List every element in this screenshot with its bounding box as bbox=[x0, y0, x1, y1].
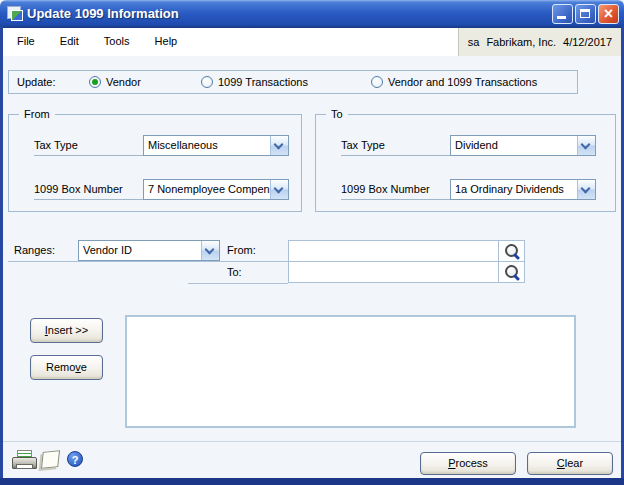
radio-vendor-and-1099-label: Vendor and 1099 Transactions bbox=[388, 76, 537, 88]
from-group-title: From bbox=[19, 107, 55, 121]
window-border-bottom bbox=[0, 478, 624, 485]
menu-edit[interactable]: Edit bbox=[49, 28, 90, 55]
insert-button[interactable]: Insert >> bbox=[30, 318, 103, 343]
restrictions-list[interactable] bbox=[125, 315, 576, 428]
note-icon[interactable] bbox=[40, 450, 60, 468]
chevron-down-icon[interactable] bbox=[270, 180, 288, 199]
footer-divider bbox=[3, 441, 621, 442]
status-user: sa bbox=[468, 36, 480, 48]
radio-1099-transactions[interactable]: 1099 Transactions bbox=[201, 71, 308, 93]
range-to-row bbox=[289, 262, 524, 282]
range-to-lookup-button[interactable] bbox=[498, 262, 524, 282]
radio-vendor-label: Vendor bbox=[106, 76, 141, 88]
search-icon bbox=[505, 265, 519, 279]
clear-button-mnemonic: C bbox=[557, 457, 565, 469]
radio-vendor-and-1099[interactable]: Vendor and 1099 Transactions bbox=[371, 71, 537, 93]
help-icon[interactable]: ? bbox=[67, 451, 83, 467]
radio-1099-transactions-label: 1099 Transactions bbox=[218, 76, 308, 88]
menu-bar: File Edit Tools Help sa Fabrikam, Inc. 4… bbox=[3, 28, 621, 57]
range-to-label: To: bbox=[227, 262, 242, 283]
from-box-number-value: 7 Nonemployee Compens bbox=[144, 180, 270, 199]
clear-button[interactable]: Clear bbox=[527, 452, 613, 475]
titlebar: Update 1099 Information bbox=[0, 0, 624, 28]
ranges-selected-value: Vendor ID bbox=[79, 241, 201, 260]
maximize-button[interactable] bbox=[575, 4, 596, 24]
to-box-number-dropdown[interactable]: 1a Ordinary Dividends bbox=[450, 179, 596, 200]
window-content: Update: Vendor 1099 Transactions Vendor … bbox=[3, 56, 621, 478]
remove-button-post: e bbox=[81, 361, 87, 373]
session-status: sa Fabrikam, Inc. 4/12/2017 bbox=[458, 28, 621, 56]
remove-button[interactable]: Remove bbox=[30, 355, 103, 380]
print-icon[interactable] bbox=[12, 450, 38, 470]
range-from-field[interactable] bbox=[289, 241, 498, 261]
range-from-row bbox=[289, 241, 524, 262]
range-fields-panel bbox=[288, 240, 525, 283]
clear-button-post: lear bbox=[565, 457, 583, 469]
radio-vendor-icon[interactable] bbox=[89, 76, 101, 88]
range-from-lookup-button[interactable] bbox=[498, 241, 524, 261]
status-date: 4/12/2017 bbox=[563, 36, 612, 48]
from-box-number-dropdown[interactable]: 7 Nonemployee Compens bbox=[143, 179, 289, 200]
update-options-panel: Update: Vendor 1099 Transactions Vendor … bbox=[8, 70, 578, 94]
radio-1099-transactions-icon[interactable] bbox=[201, 76, 213, 88]
search-icon bbox=[505, 244, 519, 258]
menu-file[interactable]: File bbox=[6, 28, 46, 55]
update-label: Update: bbox=[17, 71, 56, 93]
to-tax-type-label: Tax Type bbox=[341, 135, 451, 156]
status-company: Fabrikam, Inc. bbox=[486, 36, 556, 48]
range-from-label: From: bbox=[227, 240, 256, 261]
from-box-number-label: 1099 Box Number bbox=[34, 179, 144, 200]
window-border-left bbox=[0, 26, 3, 485]
menu-tools[interactable]: Tools bbox=[93, 28, 141, 55]
update-1099-window: Update 1099 Information File Edit Tools … bbox=[0, 0, 624, 485]
ranges-dropdown[interactable]: Vendor ID bbox=[78, 240, 220, 261]
radio-vendor[interactable]: Vendor bbox=[89, 71, 141, 93]
ranges-label: Ranges: bbox=[14, 240, 55, 261]
to-tax-type-value: Dividend bbox=[451, 136, 577, 155]
from-group: From Tax Type Miscellaneous 1099 Box Num… bbox=[8, 114, 302, 212]
from-tax-type-value: Miscellaneous bbox=[144, 136, 270, 155]
process-button[interactable]: Process bbox=[420, 452, 516, 475]
chevron-down-icon[interactable] bbox=[577, 180, 595, 199]
insert-button-post: nsert >> bbox=[48, 324, 88, 336]
minimize-button[interactable] bbox=[552, 4, 573, 24]
chevron-down-icon[interactable] bbox=[577, 136, 595, 155]
to-box-number-value: 1a Ordinary Dividends bbox=[451, 180, 577, 199]
chevron-down-icon[interactable] bbox=[201, 241, 219, 260]
to-tax-type-dropdown[interactable]: Dividend bbox=[450, 135, 596, 156]
process-button-post: rocess bbox=[455, 457, 487, 469]
menu-help[interactable]: Help bbox=[144, 28, 189, 55]
to-group: To Tax Type Dividend 1099 Box Number 1a … bbox=[315, 114, 616, 212]
from-tax-type-label: Tax Type bbox=[34, 135, 144, 156]
chevron-down-icon[interactable] bbox=[270, 136, 288, 155]
radio-vendor-and-1099-icon[interactable] bbox=[371, 76, 383, 88]
range-to-field[interactable] bbox=[289, 262, 498, 282]
app-icon bbox=[7, 6, 24, 22]
window-title: Update 1099 Information bbox=[27, 0, 179, 28]
close-button[interactable] bbox=[598, 4, 619, 24]
to-box-number-label: 1099 Box Number bbox=[341, 179, 451, 200]
remove-button-pre: Remo bbox=[46, 361, 75, 373]
to-group-title: To bbox=[326, 107, 348, 121]
from-tax-type-dropdown[interactable]: Miscellaneous bbox=[143, 135, 289, 156]
